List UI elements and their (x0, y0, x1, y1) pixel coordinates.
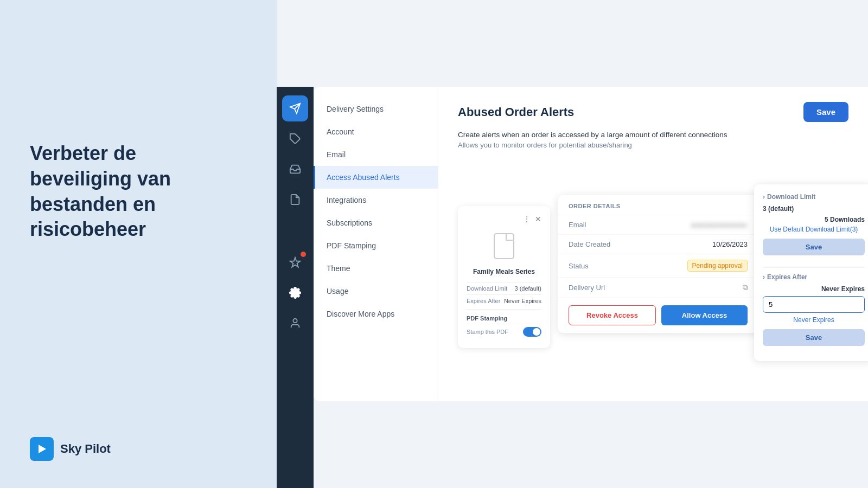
content-area: Abused Order Alerts Save Create alerts w… (438, 87, 868, 401)
order-details-panel: ORDER DETAILS Email ●●●●●●●●●●●● Date Cr… (558, 195, 758, 333)
download-limit-section-title: › Download Limit (763, 193, 865, 201)
settings-panel: › Download Limit 3 (default) 5 Downloads… (754, 184, 868, 361)
sidebar-item-send[interactable] (282, 95, 308, 121)
notification-dot (301, 252, 306, 257)
sidebar-item-user[interactable] (282, 310, 308, 336)
downloads-value: 5 Downloads (825, 216, 865, 223)
pdf-stamping-label: PDF Stamping (467, 313, 541, 324)
description-sub: Allows you to monitor orders for potenti… (458, 141, 848, 149)
order-card-name: Family Meals Series (467, 268, 541, 275)
logo-icon (30, 437, 54, 461)
default-value-row: 3 (default) (763, 205, 865, 213)
save-button[interactable]: Save (803, 102, 848, 122)
email-value: ●●●●●●●●●●●● (691, 222, 748, 228)
close-icon[interactable]: ✕ (535, 215, 541, 223)
expires-after-label: Expires After (467, 298, 500, 304)
nav-usage[interactable]: Usage (314, 280, 438, 303)
svg-point-4 (293, 319, 297, 323)
expires-after-value: Never Expires (504, 298, 541, 304)
date-created-value: 10/26/2023 (712, 240, 748, 248)
default-value: 3 (default) (763, 205, 794, 213)
nav-theme[interactable]: Theme (314, 257, 438, 280)
nav-pdf-stamping[interactable]: PDF Stamping (314, 234, 438, 257)
nav-subscriptions[interactable]: Subscriptions (314, 211, 438, 234)
days-input[interactable] (763, 297, 865, 312)
hero-title: Verbeter de beveiliging van bestanden en… (30, 141, 236, 242)
sidebar (277, 87, 314, 488)
hero-area: Verbeter de beveiliging van bestanden en… (0, 0, 277, 488)
nav-integrations[interactable]: Integrations (314, 189, 438, 211)
date-created-row: Date Created 10/26/2023 (558, 235, 758, 254)
logo-area: Sky Pilot (30, 437, 111, 461)
app-container: Delivery Settings Account Email Access A… (277, 0, 868, 488)
sidebar-item-file[interactable] (282, 187, 308, 213)
expires-after-row: Expires After Never Expires (467, 294, 541, 307)
expires-after-section-title: › Expires After (763, 273, 865, 281)
stamp-label: Stamp this PDF (467, 329, 508, 335)
nav-access-abused-alerts[interactable]: Access Abused Alerts (314, 166, 438, 189)
details-actions: Revoke Access Allow Access (558, 298, 758, 333)
stamp-toggle-row: Stamp this PDF (467, 324, 541, 339)
main-panel: Delivery Settings Account Email Access A… (314, 87, 868, 401)
allow-access-button[interactable]: Allow Access (661, 305, 748, 325)
email-label: Email (569, 221, 586, 229)
delivery-url-label: Delivery Url (569, 284, 605, 292)
nav-discover-more-apps[interactable]: Discover More Apps (314, 303, 438, 325)
status-row: Status Pending approval (558, 254, 758, 278)
status-badge: Pending approval (687, 260, 748, 272)
svg-rect-5 (494, 234, 514, 259)
download-limit-row: Download Limit 3 (default) (467, 282, 541, 294)
nav-account[interactable]: Account (314, 120, 438, 143)
content-description: Create alerts when an order is accessed … (458, 131, 848, 149)
file-icon (490, 230, 518, 262)
download-limit-save-button[interactable]: Save (763, 239, 865, 255)
expires-never-value: Never Expires (821, 285, 865, 293)
logo-text: Sky Pilot (60, 442, 111, 456)
description-main: Create alerts when an order is accessed … (458, 131, 848, 139)
nav-delivery-settings[interactable]: Delivery Settings (314, 98, 438, 120)
sidebar-item-inbox[interactable] (282, 156, 308, 182)
download-limit-value: 3 (default) (514, 285, 541, 292)
more-options-icon[interactable]: ⋮ (523, 215, 531, 223)
settings-divider (763, 267, 865, 268)
days-input-row: Days (763, 296, 865, 313)
nav-email[interactable]: Email (314, 143, 438, 166)
expires-save-button[interactable]: Save (763, 329, 865, 346)
email-row: Email ●●●●●●●●●●●● (558, 215, 758, 235)
use-default-link[interactable]: Use Default Download Limit(3) (763, 226, 865, 233)
download-limit-label: Download Limit (467, 285, 507, 292)
hero-text: Verbeter de beveiliging van bestanden en… (30, 141, 236, 242)
sidebar-item-sparkles[interactable] (282, 249, 308, 275)
status-label: Status (569, 262, 589, 270)
sidebar-item-gear[interactable] (282, 280, 308, 306)
sidebar-item-tag[interactable] (282, 126, 308, 152)
stamp-toggle[interactable] (523, 327, 541, 337)
date-created-label: Date Created (569, 240, 610, 248)
order-card-header: ⋮ ✕ (467, 215, 541, 223)
page-title: Abused Order Alerts (458, 105, 574, 119)
order-details-header: ORDER DETAILS (558, 195, 758, 215)
left-nav: Delivery Settings Account Email Access A… (314, 87, 438, 401)
content-header: Abused Order Alerts Save (458, 102, 848, 122)
delivery-url-row: Delivery Url ⧉ (558, 278, 758, 298)
revoke-access-button[interactable]: Revoke Access (569, 305, 656, 325)
copy-icon[interactable]: ⧉ (743, 283, 748, 292)
svg-marker-0 (39, 445, 46, 453)
never-expires-link[interactable]: Never Expires (763, 316, 865, 324)
order-card: ⋮ ✕ Family Meals Series Download Limit 3… (458, 206, 550, 348)
